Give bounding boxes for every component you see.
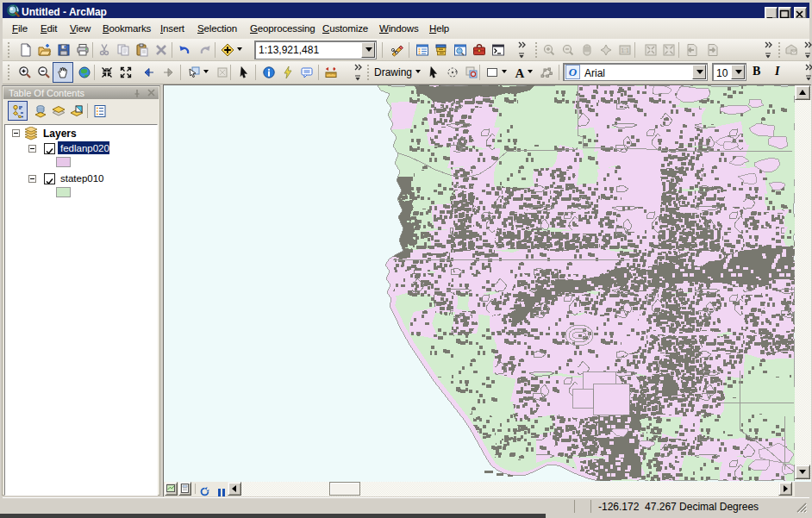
svg-text:A: A bbox=[515, 66, 525, 80]
svg-text:1:1: 1:1 bbox=[621, 47, 629, 53]
svg-text:O: O bbox=[569, 66, 578, 78]
